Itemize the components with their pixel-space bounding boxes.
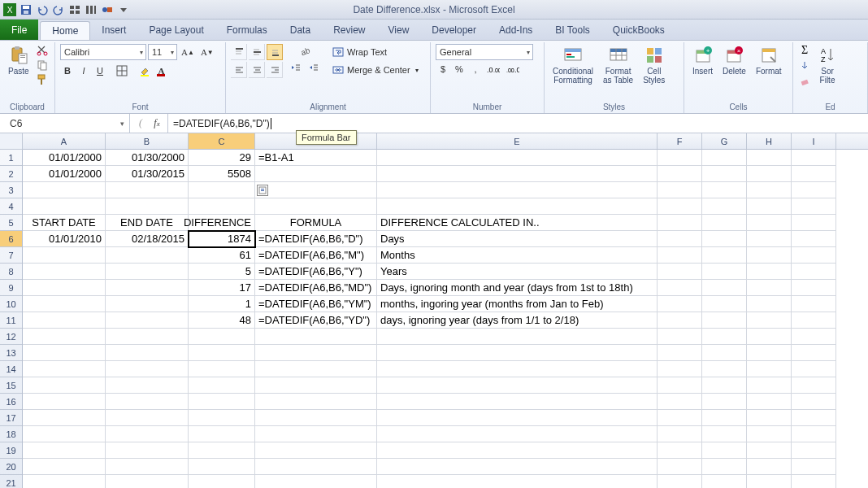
shrink-font-icon[interactable]: A▼ — [198, 45, 216, 59]
column-header[interactable]: B — [106, 133, 189, 149]
cell-G6[interactable] — [702, 231, 747, 247]
tab-page-layout[interactable]: Page Layout — [137, 20, 215, 40]
cancel-formula-icon[interactable]: ( — [133, 116, 148, 131]
delete-cells-button[interactable]: × Delete — [719, 44, 749, 77]
borders-icon[interactable] — [114, 63, 130, 78]
cell-E8[interactable]: Years — [377, 264, 658, 280]
cell-G21[interactable] — [702, 475, 747, 488]
cell-G9[interactable] — [702, 280, 747, 296]
tab-developer[interactable]: Developer — [420, 20, 488, 40]
cell-A2[interactable]: 01/01/2000 — [23, 166, 106, 182]
cell-G8[interactable] — [702, 264, 747, 280]
row-header[interactable]: 9 — [0, 280, 22, 296]
cell-A4[interactable] — [23, 198, 106, 215]
cell-B2[interactable]: 01/30/2015 — [106, 166, 189, 182]
row-header[interactable]: 18 — [0, 426, 22, 442]
row-header[interactable]: 11 — [0, 312, 22, 329]
fill-icon[interactable] — [798, 59, 811, 72]
cell-B9[interactable] — [106, 280, 189, 296]
row-header[interactable]: 20 — [0, 459, 22, 475]
row-header[interactable]: 3 — [0, 182, 22, 198]
cell-B1[interactable]: 01/30/2000 — [106, 150, 189, 166]
cell-F15[interactable] — [658, 377, 702, 394]
tab-view[interactable]: View — [377, 20, 421, 40]
cell-B11[interactable] — [106, 312, 189, 329]
cell-E4[interactable] — [377, 198, 658, 215]
cell-H12[interactable] — [747, 329, 792, 345]
cell-B12[interactable] — [106, 329, 189, 345]
cell-A7[interactable] — [23, 247, 106, 264]
cell-G2[interactable] — [702, 166, 747, 182]
cell-D7[interactable]: =DATEDIF(A6,B6,"M") — [255, 247, 377, 264]
tab-bi-tools[interactable]: BI Tools — [544, 20, 601, 40]
cell-D16[interactable] — [255, 394, 377, 410]
fill-color-icon[interactable] — [137, 63, 153, 78]
tab-formulas[interactable]: Formulas — [215, 20, 279, 40]
cell-H14[interactable] — [747, 361, 792, 377]
cell-G4[interactable] — [702, 198, 747, 215]
redo-icon[interactable] — [52, 3, 65, 16]
cell-E20[interactable] — [377, 459, 658, 475]
cell-F21[interactable] — [658, 475, 702, 488]
row-header[interactable]: 17 — [0, 410, 22, 426]
cell-styles-button[interactable]: Cell Styles — [640, 44, 668, 86]
cell-C17[interactable] — [189, 410, 255, 426]
cell-E18[interactable] — [377, 426, 658, 442]
font-color-icon[interactable]: A — [154, 63, 169, 78]
tab-insert[interactable]: Insert — [90, 20, 137, 40]
row-header[interactable]: 16 — [0, 394, 22, 410]
column-header[interactable]: I — [792, 133, 836, 149]
cell-F18[interactable] — [658, 426, 702, 442]
cell-C15[interactable] — [189, 377, 255, 394]
cell-B8[interactable] — [106, 264, 189, 280]
cell-F9[interactable] — [658, 280, 702, 296]
cell-A13[interactable] — [23, 345, 106, 361]
cell-A3[interactable] — [23, 182, 106, 198]
cell-D6[interactable]: =DATEDIF(A6,B6,"D") — [255, 231, 377, 247]
accounting-format-icon[interactable]: $ — [436, 62, 450, 76]
row-header[interactable]: 14 — [0, 361, 22, 377]
cell-A9[interactable] — [23, 280, 106, 296]
align-right-icon[interactable] — [267, 62, 283, 78]
sort-filter-button[interactable]: AZ Sor Filte — [814, 44, 840, 86]
column-header[interactable]: G — [702, 133, 747, 149]
cell-H2[interactable] — [747, 166, 792, 182]
cell-E14[interactable] — [377, 361, 658, 377]
cell-E17[interactable] — [377, 410, 658, 426]
merge-center-button[interactable]: Merge & Center ▾ — [328, 62, 423, 78]
autosum-icon[interactable]: Σ — [798, 44, 811, 57]
cell-B16[interactable] — [106, 394, 189, 410]
cell-F7[interactable] — [658, 247, 702, 264]
cell-E21[interactable] — [377, 475, 658, 488]
cell-B5[interactable]: END DATE — [106, 215, 189, 231]
cell-A20[interactable] — [23, 459, 106, 475]
cell-I12[interactable] — [792, 329, 836, 345]
cell-B4[interactable] — [106, 198, 189, 215]
cell-I20[interactable] — [792, 459, 836, 475]
cell-A18[interactable] — [23, 426, 106, 442]
cell-F2[interactable] — [658, 166, 702, 182]
cell-A10[interactable] — [23, 296, 106, 312]
cell-H11[interactable] — [747, 312, 792, 329]
cell-E9[interactable]: Days, ignoring month and year (days from… — [377, 280, 658, 296]
cell-A17[interactable] — [23, 410, 106, 426]
cell-D2[interactable] — [255, 166, 377, 182]
cell-I19[interactable] — [792, 442, 836, 459]
cell-B18[interactable] — [106, 426, 189, 442]
orientation-icon[interactable]: ab — [288, 44, 322, 59]
cell-E11[interactable]: days, ignoring year (days from 1/1 to 2/… — [377, 312, 658, 329]
format-cells-button[interactable]: Format — [753, 44, 785, 77]
cell-F12[interactable] — [658, 329, 702, 345]
tab-review[interactable]: Review — [322, 20, 376, 40]
cell-G18[interactable] — [702, 426, 747, 442]
cell-H4[interactable] — [747, 198, 792, 215]
cell-I5[interactable] — [792, 215, 836, 231]
cell-C2[interactable]: 5508 — [189, 166, 255, 182]
fx-icon[interactable]: fx — [150, 116, 164, 131]
cell-H5[interactable] — [747, 215, 792, 231]
cell-G13[interactable] — [702, 345, 747, 361]
cell-G17[interactable] — [702, 410, 747, 426]
cell-H9[interactable] — [747, 280, 792, 296]
cell-C3[interactable] — [189, 182, 255, 198]
cell-D8[interactable]: =DATEDIF(A6,B6,"Y") — [255, 264, 377, 280]
